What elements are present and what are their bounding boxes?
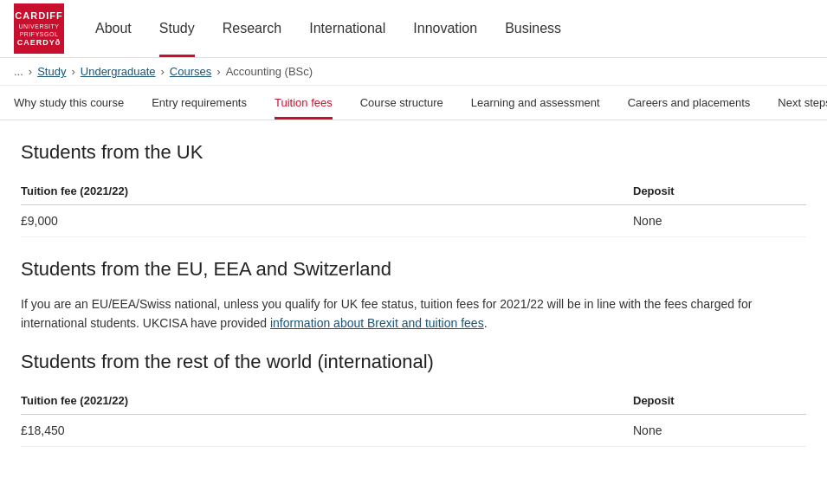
eu-paragraph-end: . bbox=[484, 316, 488, 330]
main-nav: CARDIFF UNIVERSITY PRIFYSGOL CAERDYð Abo… bbox=[0, 0, 827, 58]
uk-table-header-row: Tuition fee (2021/22) Deposit bbox=[21, 178, 806, 205]
breadcrumb-sep-1: › bbox=[71, 65, 74, 78]
world-fee-table: Tuition fee (2021/22) Deposit £18,450 No… bbox=[21, 387, 806, 447]
logo-university-text: UNIVERSITY bbox=[18, 23, 59, 30]
table-row: £18,450 None bbox=[21, 414, 806, 446]
breadcrumb-dots[interactable]: ... bbox=[14, 65, 23, 78]
uk-section-title: Students from the UK bbox=[21, 141, 806, 164]
subnav-entry-requirements[interactable]: Entry requirements bbox=[138, 86, 261, 120]
nav-link-international[interactable]: International bbox=[295, 0, 399, 57]
subnav-next-steps[interactable]: Next steps bbox=[764, 86, 827, 120]
world-section-title: Students from the rest of the world (int… bbox=[21, 351, 806, 373]
university-logo[interactable]: CARDIFF UNIVERSITY PRIFYSGOL CAERDYð bbox=[14, 3, 64, 54]
nav-links-list: About Study Research International Innov… bbox=[81, 0, 575, 57]
breadcrumb: ... › Study › Undergraduate › Courses › … bbox=[0, 58, 827, 86]
breadcrumb-link-courses[interactable]: Courses bbox=[170, 65, 211, 78]
breadcrumb-sep-2: › bbox=[161, 65, 165, 78]
main-content: Students from the UK Tuition fee (2021/2… bbox=[0, 120, 827, 488]
nav-item-business[interactable]: Business bbox=[491, 0, 575, 57]
world-table-header-row: Tuition fee (2021/22) Deposit bbox=[21, 387, 806, 415]
logo-cardiff-text: CARDIFF bbox=[15, 10, 62, 22]
uk-col-deposit: Deposit bbox=[633, 178, 806, 205]
uk-deposit-value: None bbox=[633, 205, 806, 237]
eu-section: Students from the EU, EEA and Switzerlan… bbox=[21, 258, 806, 333]
table-row: £9,000 None bbox=[21, 205, 806, 237]
nav-item-about[interactable]: About bbox=[81, 0, 145, 57]
world-section: Students from the rest of the world (int… bbox=[21, 351, 806, 447]
subnav-learning-assessment[interactable]: Learning and assessment bbox=[457, 86, 614, 120]
subnav-course-structure[interactable]: Course structure bbox=[346, 86, 457, 120]
world-col-deposit: Deposit bbox=[633, 387, 806, 415]
nav-link-business[interactable]: Business bbox=[491, 0, 575, 57]
nav-item-innovation[interactable]: Innovation bbox=[399, 0, 491, 57]
uk-fee-table: Tuition fee (2021/22) Deposit £9,000 Non… bbox=[21, 178, 806, 237]
world-col-fee: Tuition fee (2021/22) bbox=[21, 387, 633, 415]
sub-nav: Why study this course Entry requirements… bbox=[0, 86, 827, 120]
nav-item-international[interactable]: International bbox=[295, 0, 399, 57]
breadcrumb-sep-0: › bbox=[29, 65, 32, 78]
nav-link-research[interactable]: Research bbox=[209, 0, 295, 57]
world-deposit-value: None bbox=[633, 414, 806, 446]
logo-prifysgol-text: PRIFYSGOL bbox=[20, 30, 59, 38]
eu-description: If you are an EU/EEA/Swiss national, unl… bbox=[21, 294, 806, 333]
nav-item-research[interactable]: Research bbox=[209, 0, 295, 57]
uk-section: Students from the UK Tuition fee (2021/2… bbox=[21, 141, 806, 237]
nav-link-about[interactable]: About bbox=[81, 0, 145, 57]
subnav-careers-placements[interactable]: Careers and placements bbox=[614, 86, 765, 120]
logo-caerdyd-text: CAERDYð bbox=[17, 38, 61, 47]
nav-item-study[interactable]: Study bbox=[145, 0, 209, 57]
eu-section-title: Students from the EU, EEA and Switzerlan… bbox=[21, 258, 806, 281]
breadcrumb-current: Accounting (BSc) bbox=[226, 65, 313, 78]
breadcrumb-sep-3: › bbox=[216, 65, 220, 78]
breadcrumb-link-undergraduate[interactable]: Undergraduate bbox=[81, 65, 156, 78]
subnav-tuition-fees[interactable]: Tuition fees bbox=[261, 86, 346, 120]
nav-link-study[interactable]: Study bbox=[145, 0, 209, 57]
uk-fee-amount: £9,000 bbox=[21, 205, 633, 237]
brexit-tuition-link[interactable]: information about Brexit and tuition fee… bbox=[270, 316, 484, 330]
subnav-why-study[interactable]: Why study this course bbox=[0, 86, 138, 120]
nav-link-innovation[interactable]: Innovation bbox=[399, 0, 491, 57]
world-fee-amount: £18,450 bbox=[21, 414, 633, 446]
uk-col-fee: Tuition fee (2021/22) bbox=[21, 178, 633, 205]
breadcrumb-link-study[interactable]: Study bbox=[37, 65, 66, 78]
